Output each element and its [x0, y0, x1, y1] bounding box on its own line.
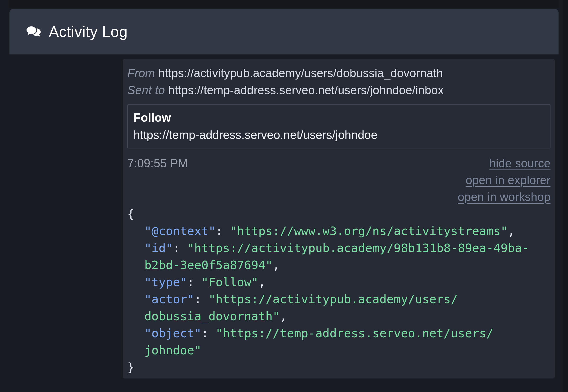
from-label: From	[127, 67, 155, 80]
code-token-punct: {	[127, 207, 134, 221]
source-links: hide sourceopen in exploreropen in works…	[127, 155, 551, 206]
code-token-string: "https://activitypub.academy/users/	[208, 292, 458, 306]
column-right-gutter	[563, 0, 568, 392]
code-token-key: "id"	[144, 241, 173, 255]
code-token-punct: ,	[273, 258, 280, 272]
code-line: johndoe"	[127, 342, 551, 359]
code-line: "object": "https://temp-address.serveo.n…	[127, 325, 551, 342]
code-token-key: "actor"	[144, 292, 194, 306]
from-line: From https://activitypub.academy/users/d…	[127, 65, 551, 82]
code-token-punct: :	[173, 241, 187, 255]
code-token-punct: :	[194, 292, 208, 306]
code-token-string: "https://temp-address.serveo.net/users/	[216, 326, 493, 340]
code-token-punct: :	[187, 275, 201, 289]
code-line: "actor": "https://activitypub.academy/us…	[127, 291, 551, 308]
open-in-explorer-link[interactable]: open in explorer	[466, 172, 551, 189]
code-token-punct: :	[216, 224, 230, 238]
code-line: dobussia_dovornath",	[127, 308, 551, 325]
entry-meta-row: 7:09:55 PM hide sourceopen in explorerop…	[127, 155, 551, 206]
code-line: {	[127, 206, 551, 223]
open-in-workshop-link[interactable]: open in workshop	[458, 189, 551, 206]
code-token-key: "type"	[144, 275, 187, 289]
code-token-punct: }	[127, 361, 134, 374]
code-token-punct: ,	[258, 275, 265, 289]
code-line: "@context": "https://www.w3.org/ns/activ…	[127, 223, 551, 239]
hide-source-link[interactable]: hide source	[489, 155, 551, 172]
code-token-punct: ,	[280, 309, 287, 323]
code-token-string: b2bd-3ee0f5a87694"	[144, 258, 273, 272]
code-line: }	[127, 359, 551, 376]
code-token-key: "object"	[144, 326, 201, 340]
code-token-string: "https://activitypub.academy/98b131b8-89…	[187, 241, 529, 255]
code-token-punct: :	[201, 326, 216, 340]
activity-entry-card: From https://activitypub.academy/users/d…	[123, 59, 555, 378]
code-token-key: "@context"	[144, 224, 216, 238]
timestamp: 7:09:55 PM	[127, 155, 188, 172]
code-token-punct: ,	[508, 224, 515, 238]
code-token-string: "Follow"	[201, 275, 258, 289]
activity-log-header: Activity Log	[10, 9, 558, 55]
activity-type: Follow	[134, 109, 544, 126]
sent-to-label: Sent to	[127, 84, 165, 97]
code-line: b2bd-3ee0f5a87694",	[127, 257, 551, 274]
sent-to-line: Sent to https://temp-address.serveo.net/…	[127, 82, 551, 99]
column-top-strip	[10, 0, 558, 8]
code-token-string: dobussia_dovornath"	[144, 309, 280, 323]
code-line: "id": "https://activitypub.academy/98b13…	[127, 239, 551, 257]
source-json: {"@context": "https://www.w3.org/ns/acti…	[127, 206, 551, 376]
code-token-string: johndoe"	[144, 343, 201, 357]
comments-icon	[26, 25, 41, 38]
sent-to-inbox-url: https://temp-address.serveo.net/users/jo…	[168, 84, 444, 97]
activity-object-url: https://temp-address.serveo.net/users/jo…	[134, 126, 544, 144]
from-actor-url: https://activitypub.academy/users/dobuss…	[158, 67, 443, 80]
activity-summary-box: Follow https://temp-address.serveo.net/u…	[127, 104, 551, 148]
code-token-string: "https://www.w3.org/ns/activitystreams"	[230, 224, 508, 238]
code-line: "type": "Follow",	[127, 274, 551, 291]
page-title: Activity Log	[49, 23, 127, 41]
